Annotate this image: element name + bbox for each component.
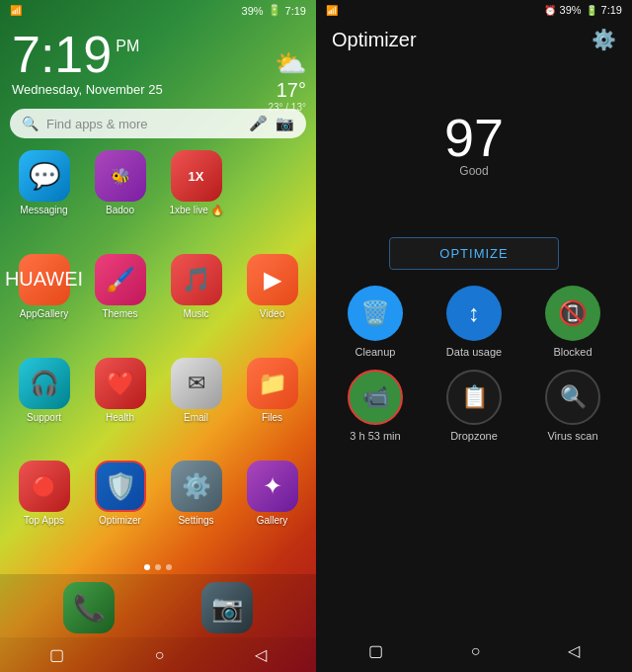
screen-time-label: 3 h 53 min bbox=[350, 430, 400, 442]
left-nav-home[interactable]: ○ bbox=[139, 642, 181, 668]
appgallery-icon: HUAWEI bbox=[19, 254, 70, 305]
search-placeholder: Find apps & more bbox=[46, 117, 241, 131]
app-files[interactable]: 📁 Files bbox=[238, 358, 306, 454]
dot-2 bbox=[155, 564, 161, 570]
support-icon: 🎧 bbox=[19, 358, 70, 409]
app-music[interactable]: 🎵 Music bbox=[162, 254, 230, 350]
topapps-icon: 🔴 bbox=[19, 461, 70, 512]
right-panel: 📶 ⏰ 39% 🔋 7:19 Optimizer ⚙️ 97 Good bbox=[316, 0, 632, 672]
battery-icon-left: 🔋 bbox=[268, 4, 281, 17]
optimizer-label: Optimizer bbox=[99, 515, 141, 526]
camera-search-icon[interactable]: 📷 bbox=[276, 115, 294, 132]
blocked-icon: 📵 bbox=[545, 286, 600, 341]
email-label: Email bbox=[184, 412, 208, 423]
search-icon: 🔍 bbox=[22, 116, 39, 131]
virus-scan-icon: 🔍 bbox=[545, 370, 600, 425]
1xbe-icon: 1X bbox=[171, 150, 222, 202]
right-nav-back[interactable]: ◁ bbox=[552, 637, 595, 664]
optimizer-icon: 🛡️ bbox=[95, 461, 146, 512]
left-nav-square[interactable]: ▢ bbox=[34, 641, 80, 668]
bottom-dock: 📞 📷 bbox=[0, 574, 316, 637]
camera-dock-icon: 📷 bbox=[201, 582, 253, 633]
signal-icon: 📶 bbox=[10, 5, 22, 16]
dock-phone[interactable]: 📞 bbox=[63, 582, 115, 633]
dot-1 bbox=[144, 564, 150, 570]
badoo-icon: 🐝 bbox=[95, 150, 146, 202]
right-nav-square[interactable]: ▢ bbox=[353, 637, 399, 664]
gallery-label: Gallery bbox=[257, 515, 288, 526]
virus-scan-label: Virus scan bbox=[547, 430, 597, 442]
date-display: Wednesday, November 25 bbox=[12, 82, 304, 97]
status-bar-left: 📶 39% 🔋 7:19 bbox=[0, 0, 316, 21]
score-inner: 97 Good bbox=[444, 111, 504, 178]
settings-gear-icon[interactable]: ⚙️ bbox=[592, 28, 616, 51]
screen-time-icon: 📹 bbox=[348, 370, 403, 425]
dock-camera[interactable]: 📷 bbox=[201, 582, 253, 633]
app-health[interactable]: ❤️ Health bbox=[86, 358, 154, 454]
grid-virus-scan[interactable]: 🔍 Virus scan bbox=[529, 370, 616, 442]
gallery-icon: ✦ bbox=[247, 461, 298, 512]
app-support[interactable]: 🎧 Support bbox=[10, 358, 78, 454]
right-status: 39% 🔋 7:19 bbox=[242, 4, 306, 17]
weather-temp: 17° bbox=[268, 79, 306, 102]
right-nav-bar: ▢ ○ ◁ bbox=[316, 630, 632, 672]
app-email[interactable]: ✉ Email bbox=[162, 358, 230, 454]
battery-icon-right: 🔋 bbox=[586, 5, 597, 16]
cleanup-label: Cleanup bbox=[356, 346, 396, 358]
phone-dock-icon: 📞 bbox=[63, 582, 115, 633]
weather-icon: ⛅ bbox=[268, 48, 306, 79]
app-gallery[interactable]: ✦ Gallery bbox=[238, 461, 306, 556]
left-nav-back[interactable]: ◁ bbox=[239, 641, 282, 668]
time-display: 7:19 bbox=[12, 29, 112, 80]
appgallery-label: AppGallery bbox=[20, 308, 68, 319]
page-dots bbox=[0, 564, 316, 570]
app-appgallery[interactable]: HUAWEI AppGallery bbox=[10, 254, 78, 350]
left-panel: 📶 39% 🔋 7:19 7:19 PM Wednesday, November… bbox=[0, 0, 316, 672]
score-section: 97 Good bbox=[316, 55, 632, 237]
search-bar[interactable]: 🔍 Find apps & more 🎤 📷 bbox=[10, 109, 306, 138]
grid-cleanup[interactable]: 🗑️ Cleanup bbox=[332, 286, 419, 358]
optimizer-header: Optimizer ⚙️ bbox=[316, 20, 632, 55]
time-status-left: 7:19 bbox=[285, 5, 306, 17]
settings-label: Settings bbox=[178, 515, 213, 526]
app-topapps[interactable]: 🔴 Top Apps bbox=[10, 461, 78, 556]
left-nav-bar: ▢ ○ ◁ bbox=[0, 637, 316, 672]
optimizer-icon-grid: 🗑️ Cleanup ↕️ Data usage 📵 Blocked 📹 3 h… bbox=[316, 286, 632, 442]
grid-blocked[interactable]: 📵 Blocked bbox=[529, 286, 616, 358]
app-badoo[interactable]: 🐝 Badoo bbox=[86, 150, 154, 246]
dropzone-label: Dropzone bbox=[450, 430, 498, 442]
1xbe-label: 1xbe live 🔥 bbox=[169, 205, 222, 215]
battery-percent-left: 39% bbox=[242, 5, 264, 17]
voice-search-icon[interactable]: 🎤 bbox=[249, 115, 268, 132]
app-1xbe[interactable]: 1X 1xbe live 🔥 bbox=[162, 150, 230, 246]
grid-dropzone[interactable]: 📋 Dropzone bbox=[431, 370, 517, 442]
dropzone-icon: 📋 bbox=[446, 370, 502, 425]
topapps-label: Top Apps bbox=[24, 515, 64, 526]
email-icon: ✉ bbox=[171, 358, 222, 409]
grid-screen-time[interactable]: 📹 3 h 53 min bbox=[332, 370, 419, 442]
app-themes[interactable]: 🖌️ Themes bbox=[86, 254, 154, 350]
video-icon: ▶ bbox=[247, 254, 298, 305]
right-nav-home[interactable]: ○ bbox=[455, 638, 497, 664]
optimize-button-wrap: OPTIMIZE bbox=[316, 237, 632, 270]
grid-data-usage[interactable]: ↕️ Data usage bbox=[431, 286, 517, 358]
optimize-button[interactable]: OPTIMIZE bbox=[389, 237, 558, 270]
app-video[interactable]: ▶ Video bbox=[238, 254, 306, 350]
data-usage-label: Data usage bbox=[446, 346, 502, 358]
score-circle: 97 Good bbox=[395, 65, 553, 223]
dot-3 bbox=[166, 564, 172, 570]
app-grid: 💬 Messaging 🐝 Badoo 1X 1xbe live 🔥 bbox=[0, 146, 316, 560]
signal-left-right: 📶 bbox=[326, 5, 338, 16]
app-optimizer[interactable]: 🛡️ Optimizer bbox=[86, 461, 154, 556]
themes-label: Themes bbox=[102, 308, 137, 319]
video-label: Video bbox=[260, 308, 284, 319]
music-icon: 🎵 bbox=[171, 254, 222, 305]
status-bar-right: 📶 ⏰ 39% 🔋 7:19 bbox=[316, 0, 632, 20]
themes-icon: 🖌️ bbox=[95, 254, 146, 305]
battery-right: 39% bbox=[560, 4, 582, 16]
app-settings[interactable]: ⚙️ Settings bbox=[162, 461, 230, 556]
right-status-area: ⏰ 39% 🔋 7:19 bbox=[544, 4, 622, 16]
blocked-label: Blocked bbox=[553, 346, 592, 358]
app-messaging[interactable]: 💬 Messaging bbox=[10, 150, 78, 246]
health-label: Health bbox=[106, 412, 134, 423]
